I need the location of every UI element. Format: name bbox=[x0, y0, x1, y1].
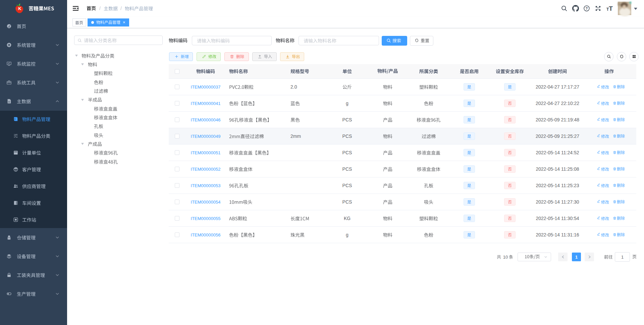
svg-text:?: ? bbox=[586, 7, 588, 10]
svg-text:K: K bbox=[18, 6, 21, 11]
